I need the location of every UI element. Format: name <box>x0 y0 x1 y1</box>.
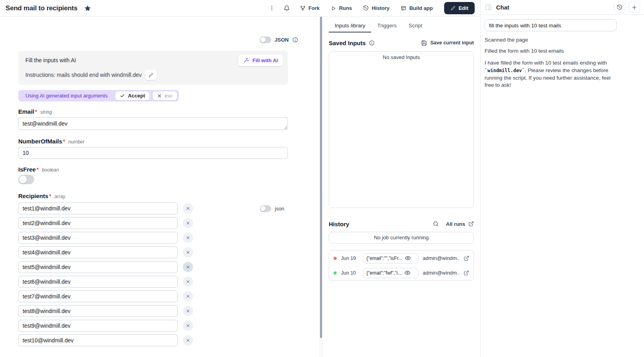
new-chat-button[interactable] <box>629 2 640 13</box>
remove-recipient-button[interactable] <box>183 306 193 316</box>
run-args-pill[interactable]: {"email":"","isFr... <box>363 253 418 263</box>
recipient-row <box>18 246 298 258</box>
reply-text: I have filled the form with 10 test emai… <box>485 60 607 66</box>
x-icon <box>186 294 190 299</box>
json-toggle-knob <box>261 37 266 42</box>
view-args-button[interactable] <box>405 255 411 261</box>
fork-button[interactable]: Fork <box>296 3 323 13</box>
recipients-json-toggle[interactable] <box>260 205 271 212</box>
recipient-field-3[interactable] <box>18 232 178 244</box>
recipients-label: Recipients <box>18 193 48 199</box>
recipient-row <box>18 290 298 302</box>
remove-recipient-button[interactable] <box>183 321 193 331</box>
history-title: History <box>329 221 349 227</box>
dismiss-ai-inputs-button[interactable]: esc <box>153 92 177 100</box>
recipients-type-tag: array <box>54 194 65 199</box>
ai-instructions-text: Instructions: mails should end with wind… <box>25 72 142 78</box>
remove-recipient-button[interactable] <box>183 335 193 346</box>
history-runs-list: Jun 19 {"email":"","isFr... admin@windm.… <box>329 250 474 281</box>
run-user: admin@windm... <box>423 270 459 276</box>
numberofmails-type-tag: number <box>68 139 84 145</box>
chat-assistant-reply: I have filled the form with 10 test emai… <box>485 59 617 89</box>
history-run-row[interactable]: Jun 10 {"email":"fwf","i... admin@windm.… <box>329 265 473 280</box>
saved-inputs-empty-box: No saved Inputs <box>329 52 474 208</box>
remove-recipient-button[interactable] <box>183 277 193 287</box>
chat-input[interactable] <box>485 19 617 31</box>
recipient-field-1[interactable] <box>18 202 178 214</box>
kebab-menu-icon <box>269 5 275 11</box>
x-icon <box>186 235 190 240</box>
recipient-field-10[interactable] <box>18 334 178 346</box>
x-icon <box>186 250 190 255</box>
remove-recipient-button[interactable] <box>183 291 193 302</box>
edit-instructions-button[interactable] <box>145 70 157 80</box>
tab-triggers[interactable]: Triggers <box>371 19 402 32</box>
history-clock-icon <box>617 4 623 10</box>
numberofmails-label: NumberOfMails <box>18 138 62 145</box>
remove-recipient-button[interactable] <box>183 233 193 243</box>
fork-button-label: Fork <box>309 5 320 11</box>
reply-code: `windmill.dev` <box>485 68 525 73</box>
recipient-field-7[interactable] <box>18 290 178 302</box>
history-search-button[interactable] <box>433 221 439 227</box>
open-run-button[interactable] <box>464 256 469 261</box>
chat-messages: Scanned the page Filled the form with 10… <box>485 36 617 89</box>
saved-inputs-info-icon[interactable] <box>369 40 375 46</box>
chat-header: Chat <box>481 0 644 15</box>
recipient-field-2[interactable] <box>18 217 178 229</box>
build-app-button[interactable]: Build app <box>397 3 436 13</box>
runs-button-label: Runs <box>339 5 352 11</box>
top-header-actions: Fork Runs History Build app Edit <box>266 2 475 14</box>
more-menu-button[interactable] <box>266 4 277 13</box>
save-current-input-button[interactable]: Save current input <box>421 40 474 46</box>
email-field[interactable]: test@windmill.dev <box>18 117 288 130</box>
run-date: Jun 19 <box>341 256 358 261</box>
fill-with-ai-label: Fill with AI <box>252 57 278 63</box>
history-run-row[interactable]: Jun 19 {"email":"","isFr... admin@windm.… <box>329 251 473 265</box>
run-args-preview: {"email":"","isFr... <box>366 256 402 261</box>
email-required-asterisk: * <box>35 109 37 115</box>
edit-button[interactable]: Edit <box>444 2 475 14</box>
favorite-star-icon[interactable] <box>84 5 91 12</box>
isfree-toggle[interactable] <box>18 175 34 184</box>
pencil-icon <box>148 73 153 78</box>
numberofmails-field[interactable] <box>18 147 288 159</box>
top-header-left: Send mail to recipients <box>6 4 91 12</box>
json-info-icon[interactable] <box>292 37 298 43</box>
notifications-button[interactable] <box>281 4 292 13</box>
panel-right-icon[interactable] <box>485 4 492 11</box>
check-icon <box>120 93 125 98</box>
remove-recipient-button[interactable] <box>183 203 193 214</box>
recipient-row <box>18 320 298 332</box>
chat-history-button[interactable] <box>614 2 625 13</box>
json-toggle[interactable] <box>260 36 271 43</box>
accept-label: Accept <box>128 93 145 99</box>
json-toggle-label: JSON <box>275 37 289 43</box>
runs-button[interactable]: Runs <box>327 3 356 13</box>
all-runs-link[interactable]: All runs <box>446 221 474 227</box>
history-button[interactable]: History <box>359 3 393 13</box>
recipient-field-9[interactable] <box>18 320 178 332</box>
fill-with-ai-button[interactable]: Fill with AI <box>238 55 283 66</box>
tab-script[interactable]: Script <box>402 19 428 32</box>
recipient-field-4[interactable] <box>18 246 178 258</box>
open-run-button[interactable] <box>464 270 469 276</box>
recipient-field-5[interactable] <box>18 261 178 273</box>
scrollbar-thumb[interactable] <box>320 17 322 338</box>
left-panel-scrollbar[interactable] <box>320 17 322 357</box>
recipient-field-6[interactable] <box>18 276 178 288</box>
remove-recipient-button[interactable] <box>183 247 193 258</box>
accept-ai-inputs-button[interactable]: Accept <box>115 92 149 100</box>
saved-inputs-header: Saved Inputs Save current input <box>329 38 474 47</box>
remove-recipient-button[interactable] <box>183 218 193 228</box>
run-date: Jun 10 <box>341 270 358 276</box>
recipient-field-8[interactable] <box>18 305 178 317</box>
run-args-pill[interactable]: {"email":"fwf","i... <box>363 268 418 278</box>
app-grid-icon <box>401 5 406 11</box>
remove-recipient-button[interactable] <box>183 262 193 272</box>
plus-icon <box>631 4 637 10</box>
email-field-label: Email* string <box>18 108 320 116</box>
tab-inputs-library[interactable]: Inputs library <box>329 19 371 32</box>
view-args-button[interactable] <box>404 270 410 276</box>
play-icon <box>331 6 336 11</box>
